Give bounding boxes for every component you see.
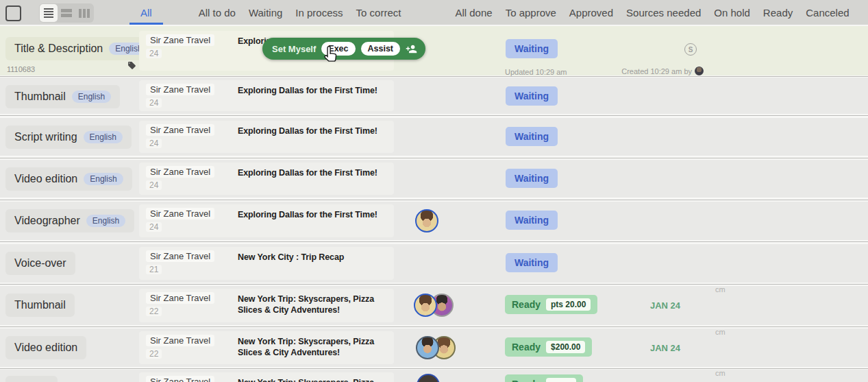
tab-ready[interactable]: Ready bbox=[763, 0, 793, 25]
tab-all-to-do[interactable]: All to do bbox=[199, 0, 236, 25]
task-type-pill[interactable]: Videographer English bbox=[5, 209, 134, 232]
status-badge[interactable]: Waiting bbox=[506, 86, 558, 106]
language-badge: English bbox=[72, 91, 111, 103]
task-row[interactable]: Videographer English Sir Zane Travel 24 … bbox=[0, 202, 868, 240]
task-type-pill[interactable]: Script writing English bbox=[5, 126, 132, 149]
channel-name: Sir Zane Travel bbox=[146, 84, 214, 95]
task-row[interactable]: cm Video edition Sir Zane Travel 22 New … bbox=[0, 329, 868, 367]
assist-button[interactable]: Assist bbox=[361, 42, 401, 56]
task-type-pill[interactable] bbox=[5, 376, 58, 382]
language-badge: English bbox=[84, 131, 123, 143]
columns-view-button[interactable] bbox=[75, 4, 93, 22]
task-row[interactable]: Voice-over Sir Zane Travel 21 New York C… bbox=[0, 244, 868, 283]
task-id: 1110683 bbox=[7, 65, 35, 73]
columns-view-icon bbox=[79, 9, 90, 18]
hand-cursor-icon bbox=[322, 45, 338, 64]
tab-on-hold[interactable]: On hold bbox=[714, 0, 750, 25]
created-info: Created 10:29 am by bbox=[586, 67, 704, 75]
corner-label: cm bbox=[715, 328, 726, 336]
task-type-pill[interactable]: Voice-over bbox=[5, 252, 75, 275]
status-label: Ready bbox=[512, 342, 541, 353]
status-badge[interactable]: Waiting bbox=[506, 253, 558, 272]
task-type-pill[interactable]: Thumbnail English bbox=[5, 85, 120, 108]
video-title: Exploring Dallas for the First Time! bbox=[238, 85, 397, 96]
task-board: All All to do Waiting In process To corr… bbox=[0, 0, 868, 382]
task-type-pill[interactable]: Video edition English bbox=[5, 167, 132, 191]
tab-waiting[interactable]: Waiting bbox=[249, 0, 282, 25]
task-row[interactable]: cm Sir Zane Travel New York Trip: Skyscr… bbox=[0, 370, 868, 382]
assignee-avatar[interactable] bbox=[415, 209, 438, 232]
video-title: New York Trip: Skyscrapers, Pizza Slices… bbox=[238, 294, 397, 316]
price-pill bbox=[546, 378, 576, 382]
status-badge[interactable]: Ready $200.00 bbox=[505, 337, 592, 357]
task-row[interactable]: Thumbnail English Sir Zane Travel 24 Exp… bbox=[0, 77, 868, 114]
task-type-label: Script writing bbox=[14, 131, 77, 143]
person-add-icon[interactable] bbox=[406, 43, 417, 55]
video-title: New York Trip: Skyscrapers, Pizza Slices… bbox=[238, 336, 397, 359]
status-badge[interactable]: Ready pts 20.00 bbox=[505, 295, 597, 314]
task-row[interactable]: Script writing English Sir Zane Travel 2… bbox=[0, 118, 868, 156]
tab-sources-needed[interactable]: Sources needed bbox=[626, 0, 701, 25]
video-panel: Sir Zane Travel 22 New York Trip: Skyscr… bbox=[139, 331, 394, 364]
assignee-avatar[interactable] bbox=[417, 374, 440, 382]
video-panel: Sir Zane Travel New York Trip: Skyscrape… bbox=[139, 372, 394, 382]
set-myself-label: Set Myself bbox=[272, 44, 316, 54]
creator-avatar[interactable] bbox=[695, 67, 704, 75]
video-title: New York City : Trip Recap bbox=[238, 252, 397, 263]
price-pill: pts 20.00 bbox=[546, 298, 591, 311]
episode-number: 22 bbox=[146, 349, 162, 359]
list-view-icon bbox=[44, 8, 53, 18]
episode-number: 24 bbox=[146, 139, 162, 148]
task-type-pill[interactable]: Title & Description English bbox=[5, 37, 158, 60]
assignee-avatar[interactable] bbox=[416, 336, 439, 359]
tag-icon[interactable] bbox=[127, 61, 136, 70]
task-type-label: Video edition bbox=[14, 173, 77, 185]
episode-number: 21 bbox=[146, 265, 162, 274]
tab-to-approve[interactable]: To approve bbox=[506, 0, 556, 25]
video-title: Exploring Dallas for the First Time! bbox=[238, 126, 397, 136]
channel-name: Sir Zane Travel bbox=[146, 34, 214, 46]
task-type-label: Title & Description bbox=[14, 43, 103, 55]
episode-number: 24 bbox=[146, 180, 162, 190]
tab-in-process[interactable]: In process bbox=[295, 0, 343, 25]
video-title: Exploring Dallas for the First Time! bbox=[238, 167, 397, 178]
due-date: JAN 24 bbox=[650, 300, 680, 311]
task-type-pill[interactable]: Video edition bbox=[5, 336, 86, 359]
tab-approved[interactable]: Approved bbox=[569, 0, 613, 25]
task-row[interactable]: cm Thumbnail Sir Zane Travel 22 New York… bbox=[0, 286, 868, 325]
video-panel: Sir Zane Travel 24 Exploring Dallas for … bbox=[139, 163, 394, 195]
status-badge[interactable]: Waiting bbox=[506, 169, 558, 188]
tab-all[interactable]: All bbox=[140, 0, 152, 25]
video-panel: Sir Zane Travel 24 Exploring Dallas for … bbox=[139, 80, 394, 111]
episode-number: 24 bbox=[146, 49, 162, 58]
status-badge[interactable]: Waiting bbox=[506, 127, 558, 146]
status-badge[interactable]: Waiting bbox=[506, 211, 558, 230]
updated-timestamp: Updated 10:29 am bbox=[505, 68, 567, 76]
task-type-label: Voice-over bbox=[14, 257, 66, 270]
task-type-label: Video edition bbox=[14, 342, 77, 354]
tab-canceled[interactable]: Canceled bbox=[806, 0, 849, 25]
language-badge: English bbox=[86, 215, 125, 227]
list-view-button[interactable] bbox=[40, 4, 58, 22]
channel-name: Sir Zane Travel bbox=[146, 208, 214, 219]
tab-all-done[interactable]: All done bbox=[455, 0, 492, 25]
corner-label: cm bbox=[715, 369, 726, 377]
assign-popup: Set Myself Exec Assist bbox=[262, 38, 425, 60]
select-all-checkbox[interactable] bbox=[5, 5, 21, 21]
episode-number: 24 bbox=[146, 98, 162, 108]
status-label: Ready bbox=[512, 299, 541, 310]
video-title: Exploring Dallas for the First Time! bbox=[238, 209, 397, 220]
video-panel: Sir Zane Travel 24 Exploring Dallas for … bbox=[139, 204, 394, 237]
circle-s-icon[interactable]: S bbox=[684, 43, 697, 56]
status-badge[interactable]: Ready bbox=[505, 374, 583, 382]
channel-name: Sir Zane Travel bbox=[146, 376, 214, 382]
tab-to-correct[interactable]: To correct bbox=[356, 0, 401, 25]
task-type-pill[interactable]: Thumbnail bbox=[5, 294, 75, 317]
channel-name: Sir Zane Travel bbox=[146, 124, 214, 136]
task-row[interactable]: Title & Description English 1110683 Sir … bbox=[0, 26, 868, 75]
task-row[interactable]: Video edition English Sir Zane Travel 24… bbox=[0, 160, 868, 198]
status-badge[interactable]: Waiting bbox=[506, 39, 558, 58]
rows-view-button[interactable] bbox=[58, 4, 75, 22]
filter-toolbar: All All to do Waiting In process To corr… bbox=[0, 0, 868, 25]
assignee-avatar[interactable] bbox=[414, 294, 437, 317]
